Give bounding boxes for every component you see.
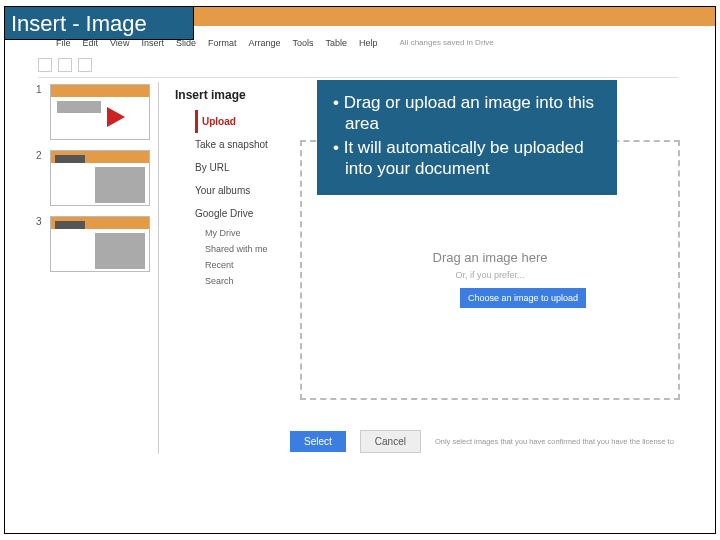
disclaimer-text: Only select images that you have confirm… [435,437,674,446]
menu-bar: File Edit View Insert Slide Format Arran… [56,38,494,54]
redo-button[interactable] [78,58,92,72]
sidebar-item-recent[interactable]: Recent [195,257,285,273]
sidebar-item-upload[interactable]: Upload [195,110,285,133]
new-slide-button[interactable] [38,58,52,72]
sidebar-item-byurl[interactable]: By URL [195,156,285,179]
thumb-divider [158,82,159,454]
select-button[interactable]: Select [290,431,346,452]
callout-bullet-1: Drag or upload an image into this area [333,92,601,135]
menu-insert[interactable]: Insert [141,38,164,54]
play-icon [107,107,125,127]
sidebar-item-drive[interactable]: Google Drive [195,202,285,225]
drop-zone-subtext: Or, if you prefer... [300,270,680,280]
menu-view[interactable]: View [110,38,129,54]
thumbnail-2[interactable] [50,150,150,206]
modal-sidebar: Upload Take a snapshot By URL Your album… [195,110,285,289]
sidebar-item-albums[interactable]: Your albums [195,179,285,202]
choose-image-button[interactable]: Choose an image to upload [460,288,586,308]
thumb-number: 2 [36,150,44,161]
thumbnail-1[interactable] [50,84,150,140]
sidebar-item-search[interactable]: Search [195,273,285,289]
menu-slide[interactable]: Slide [176,38,196,54]
modal-footer: Select Cancel Only select images that yo… [290,430,674,453]
slide-thumbnails: 1 2 3 [36,84,156,282]
thumb-number: 3 [36,216,44,227]
menu-help[interactable]: Help [359,38,378,54]
callout-bullet-2: It will automatically be uploaded into y… [333,137,601,180]
menu-edit[interactable]: Edit [83,38,99,54]
thumb-number: 1 [36,84,44,95]
sidebar-item-snapshot[interactable]: Take a snapshot [195,133,285,156]
menu-file[interactable]: File [56,38,71,54]
drop-zone-text: Drag an image here [300,250,680,265]
cancel-button[interactable]: Cancel [360,430,421,453]
save-status: All changes saved in Drive [400,38,494,54]
undo-button[interactable] [58,58,72,72]
menu-table[interactable]: Table [325,38,347,54]
slide-title: Insert - Image [4,6,194,40]
menu-tools[interactable]: Tools [292,38,313,54]
menu-format[interactable]: Format [208,38,237,54]
sidebar-item-shared[interactable]: Shared with me [195,241,285,257]
toolbar [38,56,678,78]
modal-title: Insert image [175,88,246,102]
sidebar-item-mydrive[interactable]: My Drive [195,225,285,241]
menu-arrange[interactable]: Arrange [248,38,280,54]
instruction-callout: Drag or upload an image into this area I… [317,80,617,195]
thumbnail-3[interactable] [50,216,150,272]
